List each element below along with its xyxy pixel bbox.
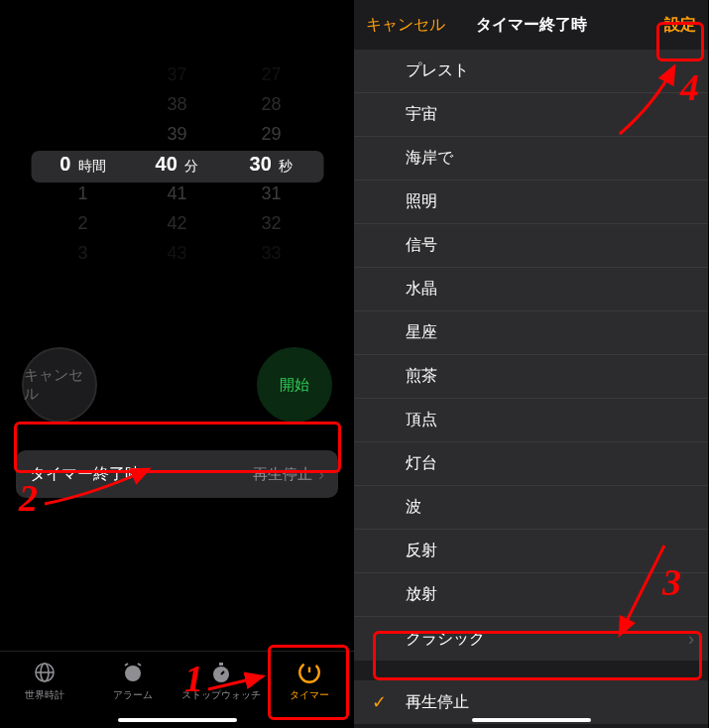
- seconds-column[interactable]: 27 28 29 30 秒 31 32 33: [224, 60, 318, 268]
- modal-set-button[interactable]: 設定: [664, 15, 696, 36]
- modal-header: キャンセル タイマー終了時 設定: [354, 0, 708, 50]
- svg-rect-6: [219, 663, 223, 666]
- cancel-button[interactable]: キャンセル: [22, 347, 97, 423]
- sound-item[interactable]: 照明: [354, 181, 708, 224]
- globe-icon: [31, 660, 59, 685]
- sound-item[interactable]: 放射: [354, 573, 708, 617]
- end-value: 再生停止: [253, 465, 312, 484]
- sound-selection-modal: キャンセル タイマー終了時 設定 プレスト宇宙海岸で照明信号水晶星座煎茶頂点灯台…: [354, 0, 708, 728]
- home-indicator[interactable]: [118, 718, 237, 722]
- sound-item[interactable]: 水晶: [354, 268, 708, 311]
- home-indicator[interactable]: [472, 718, 591, 722]
- end-label: タイマー終了時: [30, 464, 141, 485]
- tab-alarm[interactable]: アラーム: [93, 660, 173, 702]
- timer-screen: 0 時間 1 2 3 37 38 39 40 分 41 42 43 27 28 …: [0, 0, 354, 728]
- chevron-right-icon: ›: [688, 629, 694, 650]
- sound-item[interactable]: 宇宙: [354, 93, 708, 137]
- tab-bar: 世界時計 アラーム ストップウォッチ タイマー: [0, 651, 354, 728]
- modal-cancel-button[interactable]: キャンセル: [366, 15, 445, 36]
- stopwatch-icon: [207, 660, 235, 685]
- sound-list: プレスト宇宙海岸で照明信号水晶星座煎茶頂点灯台波反射放射クラシック›: [354, 50, 708, 661]
- sound-item[interactable]: 波: [354, 486, 708, 530]
- alarm-icon: [119, 660, 147, 685]
- sound-item[interactable]: 灯台: [354, 442, 708, 486]
- sound-item[interactable]: 海岸で: [354, 137, 708, 181]
- time-picker[interactable]: 0 時間 1 2 3 37 38 39 40 分 41 42 43 27 28 …: [0, 60, 354, 268]
- tab-stopwatch[interactable]: ストップウォッチ: [181, 660, 261, 702]
- start-button[interactable]: 開始: [257, 347, 332, 423]
- tab-worldclock[interactable]: 世界時計: [5, 660, 84, 702]
- check-icon: ✓: [372, 691, 387, 713]
- tab-timer[interactable]: タイマー: [270, 660, 349, 702]
- sound-item[interactable]: プレスト: [354, 50, 708, 93]
- sound-item[interactable]: 星座: [354, 311, 708, 355]
- sound-item[interactable]: 煎茶: [354, 355, 708, 399]
- sound-item[interactable]: 頂点: [354, 399, 708, 442]
- hours-column[interactable]: 0 時間 1 2 3: [36, 60, 130, 268]
- sound-item[interactable]: 信号: [354, 224, 708, 268]
- when-timer-ends-row[interactable]: タイマー終了時 再生停止 ›: [16, 450, 338, 498]
- chevron-right-icon: ›: [318, 464, 324, 485]
- minutes-column[interactable]: 37 38 39 40 分 41 42 43: [130, 60, 224, 268]
- timer-icon: [295, 660, 323, 685]
- svg-rect-4: [132, 668, 134, 673]
- sound-item[interactable]: クラシック›: [354, 617, 708, 661]
- sound-item[interactable]: 反射: [354, 530, 708, 573]
